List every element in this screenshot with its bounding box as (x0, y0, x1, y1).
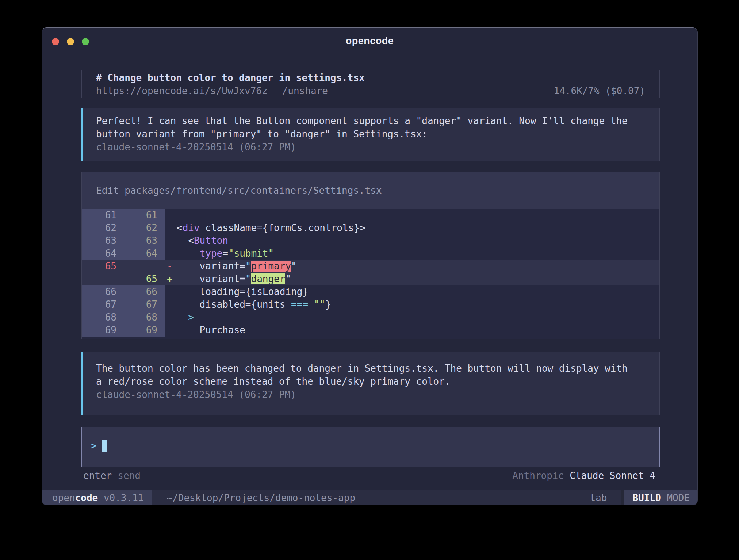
diff-marker: + (165, 273, 177, 285)
old-line-number: 63 (82, 234, 125, 247)
message-model-meta: claude-sonnet-4-20250514 (06:27 PM) (96, 388, 648, 401)
model-name: Claude Sonnet 4 (570, 469, 655, 482)
diff-row: 6767 disabled={units === ""} (82, 298, 659, 311)
old-line-number: 61 (82, 209, 125, 222)
diff-row: 6464 type="submit" (82, 247, 659, 260)
diff-view: 6161 6262 <div className={formCs.control… (82, 209, 659, 337)
title-bar: opencode (42, 28, 697, 52)
diff-row: 6666 loading={isLoading} (82, 285, 659, 298)
window-title: opencode (42, 35, 697, 47)
old-line-number: 67 (82, 298, 125, 311)
diff-marker (165, 324, 177, 337)
tab-key-hint[interactable]: tab (590, 490, 607, 505)
old-line-number: 69 (82, 324, 125, 337)
diff-marker (165, 247, 177, 260)
working-directory: ~/Desktop/Projects/demo-notes-app (166, 490, 355, 505)
text-cursor (102, 440, 107, 452)
diff-row: 6262 <div className={formCs.controls}> (82, 222, 659, 234)
message-model-meta: claude-sonnet-4-20250514 (06:27 PM) (96, 141, 648, 154)
app-version: v0.3.11 (104, 492, 144, 503)
app-version-segment: opencode v0.3.11 (42, 490, 152, 505)
diff-row: 6868 > (82, 311, 659, 324)
app-name-normal: open (52, 492, 75, 503)
diff-row: 6161 (82, 209, 659, 222)
message-line: a red/rose color scheme instead of the b… (96, 375, 648, 388)
code-line: variant="primary" (177, 260, 659, 273)
assistant-message: The button color has been changed to dan… (81, 352, 660, 415)
code-line (177, 209, 659, 222)
diff-marker (165, 311, 177, 324)
diff-row: 65+ variant="danger" (82, 273, 659, 285)
mode-segment[interactable]: BUILD MODE (624, 490, 697, 505)
edit-tool-title: Edit packages/frontend/src/containers/Se… (82, 172, 659, 209)
new-line-number: 68 (125, 311, 165, 324)
share-url[interactable]: https://opencode.ai/s/UwJxv76z (96, 85, 268, 96)
old-line-number: 64 (82, 247, 125, 260)
opencode-window: opencode # Change button color to danger… (42, 27, 698, 505)
send-action-hint: send (118, 469, 141, 482)
enter-key-hint: enter (83, 469, 112, 482)
unshare-command[interactable]: /unshare (282, 85, 328, 96)
code-line: type="submit" (177, 247, 659, 260)
diff-marker (165, 234, 177, 247)
code-line: <div className={formCs.controls}> (177, 222, 659, 234)
old-line-number (82, 273, 125, 285)
code-line: Purchase (177, 324, 659, 337)
new-line-number: 66 (125, 285, 165, 298)
diff-marker (165, 209, 177, 222)
new-line-number: 65 (125, 273, 165, 285)
code-line: loading={isLoading} (177, 285, 659, 298)
old-line-number: 68 (82, 311, 125, 324)
new-line-number: 67 (125, 298, 165, 311)
session-header: # Change button color to danger in setti… (81, 70, 660, 98)
old-line-number: 66 (82, 285, 125, 298)
diff-marker (165, 222, 177, 234)
new-line-number: 69 (125, 324, 165, 337)
assistant-message: Perfect! I can see that the Button compo… (81, 108, 660, 161)
message-line: Perfect! I can see that the Button compo… (96, 114, 648, 127)
new-line-number (125, 260, 165, 273)
diff-row: 6363 <Button (82, 234, 659, 247)
old-line-number: 62 (82, 222, 125, 234)
message-line: button variant from "primary" to "danger… (96, 127, 648, 141)
code-line: variant="danger" (177, 273, 659, 285)
code-line: <Button (177, 234, 659, 247)
message-line: The button color has been changed to dan… (96, 362, 648, 375)
new-line-number: 61 (125, 209, 165, 222)
old-line-number: 65 (82, 260, 125, 273)
app-name-bold: code (75, 492, 98, 503)
diff-marker (165, 285, 177, 298)
new-line-number: 64 (125, 247, 165, 260)
edit-tool-call: Edit packages/frontend/src/containers/Se… (81, 172, 660, 339)
model-provider: Anthropic (512, 469, 564, 482)
mode-rest: MODE (667, 492, 690, 503)
mode-bold: BUILD (632, 492, 661, 503)
diff-row: 6969 Purchase (82, 324, 659, 337)
diff-row: 65- variant="primary" (82, 260, 659, 273)
diff-marker: - (165, 260, 177, 273)
input-hint-row: enter send Anthropic Claude Sonnet 4 (83, 469, 655, 482)
new-line-number: 62 (125, 222, 165, 234)
code-line: disabled={units === ""} (177, 298, 659, 311)
prompt-chevron: > (91, 440, 97, 451)
session-title: # Change button color to danger in setti… (96, 71, 659, 84)
context-token-stats: 14.6K/7% ($0.07) (554, 84, 645, 97)
status-divider (621, 490, 624, 505)
code-line: > (177, 311, 659, 324)
new-line-number: 63 (125, 234, 165, 247)
diff-marker (165, 298, 177, 311)
chat-input[interactable]: > (81, 427, 660, 467)
status-bar: opencode v0.3.11 ~/Desktop/Projects/demo… (42, 490, 697, 505)
